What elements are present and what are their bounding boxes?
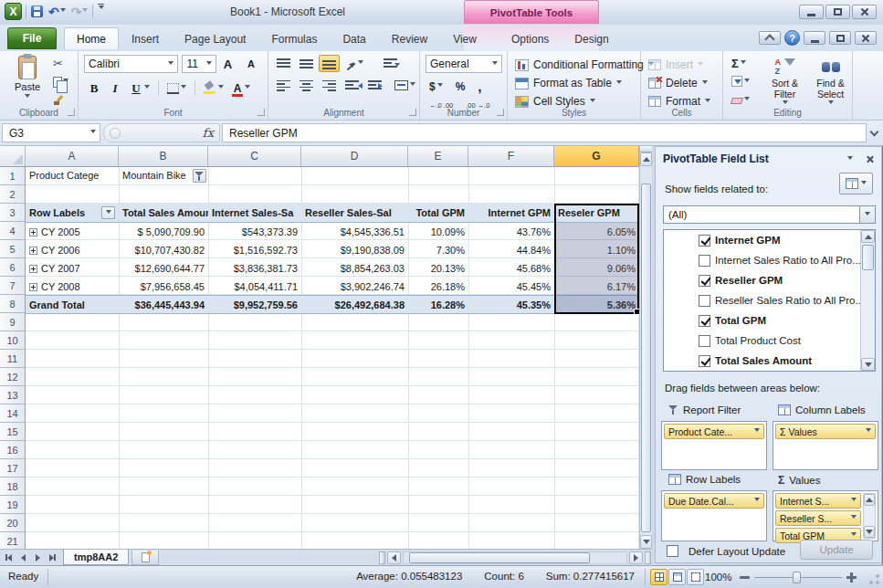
italic-button[interactable]: I <box>105 79 125 97</box>
pivot-column-header[interactable]: Internet Sales-Sa <box>208 204 301 222</box>
split-handle[interactable] <box>645 551 651 564</box>
percent-style-button[interactable]: % <box>452 78 469 95</box>
checked-checkbox[interactable] <box>699 315 710 327</box>
redo-button[interactable]: ↷ <box>70 4 89 20</box>
cell-a1[interactable]: Product Catege <box>26 167 119 185</box>
field-button[interactable]: Σ Values <box>775 424 876 439</box>
column-header-b[interactable]: B <box>119 146 208 166</box>
fill-color-button[interactable] <box>200 79 227 97</box>
field-item[interactable]: Total Product Cost <box>664 331 875 351</box>
tab-insert[interactable]: Insert <box>119 27 172 49</box>
defer-checkbox[interactable] <box>667 545 678 557</box>
field-item[interactable]: Internet GPM <box>664 230 875 250</box>
column-header-a[interactable]: A <box>26 146 119 166</box>
defer-layout-update[interactable]: Defer Layout Update <box>667 545 785 557</box>
align-right-button[interactable] <box>319 77 340 94</box>
excel-logo-icon[interactable]: X <box>5 3 22 20</box>
shrink-font-button[interactable]: A <box>244 56 263 73</box>
pivot-value-cell[interactable]: $ 5,090,709.90 <box>119 223 208 241</box>
scroll-left-button[interactable] <box>387 551 401 564</box>
pivot-value-cell[interactable]: $1,516,592.73 <box>208 241 301 259</box>
scroll-up-button[interactable] <box>861 230 875 243</box>
align-left-button[interactable] <box>273 77 294 94</box>
field-item[interactable]: Reseller Sales Ratio to All Pro... <box>664 290 875 310</box>
orientation-button[interactable] <box>342 55 367 72</box>
pivot-value-cell[interactable]: 45.45% <box>468 278 554 296</box>
pivot-value-cell[interactable]: $3,836,381.73 <box>208 259 301 278</box>
clear-button[interactable] <box>728 91 753 108</box>
top-align-button[interactable] <box>273 55 294 72</box>
pane-menu-button[interactable] <box>843 152 857 165</box>
comma-style-button[interactable]: , <box>474 78 485 95</box>
scroll-down-button[interactable] <box>640 535 652 549</box>
insert-cells-button[interactable]: Insert <box>646 56 713 74</box>
borders-button[interactable] <box>163 79 190 97</box>
copy-button[interactable] <box>51 74 75 89</box>
delete-cells-button[interactable]: Delete <box>646 74 713 92</box>
column-header-f[interactable]: F <box>468 146 554 166</box>
bottom-align-button[interactable] <box>319 55 340 72</box>
pivot-value-cell[interactable]: 20.13% <box>408 259 468 278</box>
cells-area[interactable]: Product Catege Mountain Bike Row LabelsT… <box>26 167 639 549</box>
workbook-close-button[interactable] <box>855 31 877 45</box>
column-header-c[interactable]: C <box>208 146 301 166</box>
grand-total-value-cell[interactable]: $9,952,759.56 <box>208 296 301 314</box>
next-sheet-button[interactable] <box>31 551 44 564</box>
pivot-value-cell[interactable]: 45.68% <box>468 259 554 278</box>
pivot-value-cell[interactable]: $8,854,263.03 <box>301 259 408 278</box>
column-header-d[interactable]: D <box>301 146 408 166</box>
help-button[interactable]: ? <box>784 30 800 46</box>
horizontal-scrollbar[interactable] <box>403 551 627 564</box>
bold-button[interactable]: B <box>84 79 104 97</box>
expand-button[interactable] <box>29 283 37 291</box>
row-header-18[interactable]: 18 <box>0 478 25 496</box>
row-header-19[interactable]: 19 <box>0 496 25 514</box>
scroll-thumb[interactable] <box>862 245 874 270</box>
pivot-value-cell[interactable]: 10.09% <box>408 223 468 241</box>
tab-formulas[interactable]: Formulas <box>258 27 330 49</box>
pivot-column-header[interactable]: Internet GPM <box>468 204 554 222</box>
unchecked-checkbox[interactable] <box>699 255 710 267</box>
row-header-16[interactable]: 16 <box>0 441 25 459</box>
checked-checkbox[interactable] <box>699 235 710 247</box>
row-label-cell[interactable]: CY 2007 <box>26 259 119 278</box>
row-header-15[interactable]: 15 <box>0 423 25 441</box>
workbook-minimize-button[interactable] <box>804 31 825 45</box>
report-filter-button[interactable] <box>193 169 206 183</box>
report-filter-area-box[interactable]: Product Cate... <box>661 421 767 470</box>
grand-total-value-cell[interactable]: 16.28% <box>408 296 468 314</box>
pivot-value-cell[interactable]: 44.84% <box>468 241 554 259</box>
row-header-4[interactable]: 4 <box>0 222 25 240</box>
row-header-6[interactable]: 6 <box>0 258 25 277</box>
pivot-value-cell[interactable]: $4,054,411.71 <box>208 278 301 296</box>
font-color-button[interactable]: A <box>228 79 254 97</box>
workbook-restore-button[interactable] <box>829 31 851 45</box>
pivot-value-cell[interactable]: $9,190,838.09 <box>301 241 408 259</box>
values-scrollbar[interactable] <box>863 493 876 539</box>
find-select-button[interactable]: Find & Select <box>809 55 852 110</box>
pivot-value-cell[interactable]: $12,690,644.77 <box>119 259 208 278</box>
row-header-8[interactable]: 8 <box>0 295 25 313</box>
normal-view-button[interactable] <box>650 569 668 585</box>
formula-input[interactable]: Reseller GPM <box>222 123 867 142</box>
row-header-13[interactable]: 13 <box>0 386 25 404</box>
pivot-column-header[interactable]: Reseller Sales-Sal <box>301 204 408 222</box>
field-button[interactable]: Internet S... <box>775 493 861 509</box>
pivot-column-header[interactable]: Total Sales Amoun <box>119 204 208 222</box>
tab-view[interactable]: View <box>440 27 489 49</box>
split-handle[interactable] <box>379 551 385 564</box>
zoom-slider[interactable] <box>740 572 857 583</box>
collapse-ribbon-button[interactable] <box>759 31 781 45</box>
unchecked-checkbox[interactable] <box>699 335 710 347</box>
dialog-launcher-icon[interactable] <box>409 109 416 116</box>
dialog-launcher-icon[interactable] <box>258 109 265 116</box>
font-name-combo[interactable]: Calibri <box>84 55 178 73</box>
field-item[interactable]: Total Sales Ratio to All Products <box>664 371 875 372</box>
fill-button[interactable] <box>728 73 753 89</box>
page-layout-view-button[interactable] <box>668 569 686 585</box>
number-format-combo[interactable]: General <box>426 55 502 73</box>
row-header-14[interactable]: 14 <box>0 404 25 423</box>
tab-page-layout[interactable]: Page Layout <box>172 27 258 49</box>
conditional-formatting-button[interactable]: Conditional Formatting <box>512 56 657 74</box>
insert-function-button[interactable]: fx <box>203 126 214 140</box>
